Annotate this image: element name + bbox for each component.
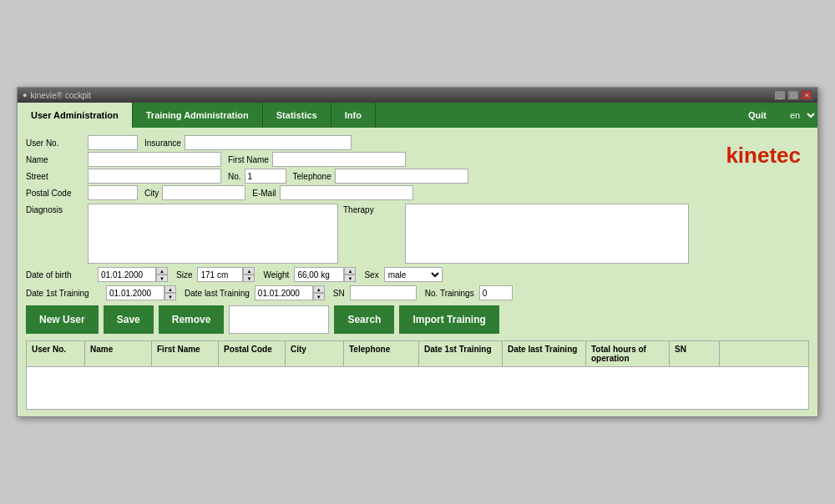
dob-spinner[interactable]: ▲ ▼ (98, 267, 168, 282)
action-search-input[interactable] (229, 305, 329, 334)
new-user-button[interactable]: New User (26, 305, 99, 334)
date-1st-down-button[interactable]: ▼ (164, 293, 176, 300)
col-city: City (286, 341, 344, 366)
tab-user-administration[interactable]: User Administration (18, 103, 133, 128)
close-button[interactable]: ✕ (801, 90, 812, 100)
window-title: kinevie® cockpit (30, 91, 90, 100)
diagnosis-label: Diagnosis (26, 205, 84, 214)
no-input[interactable] (245, 169, 286, 184)
email-label: E-Mail (252, 189, 276, 198)
user-table: User No. Name First Name Postal Code Cit… (26, 340, 809, 410)
street-label: Street (26, 172, 84, 181)
no-label: No. (228, 172, 241, 181)
col-first-name: First Name (152, 341, 219, 366)
insurance-input[interactable] (185, 135, 352, 150)
date-last-training-spinner[interactable]: ▲ ▼ (255, 285, 325, 300)
date-1st-up-button[interactable]: ▲ (164, 285, 176, 293)
user-no-label: User No. (26, 139, 84, 148)
size-spinner[interactable]: ▲ ▼ (197, 267, 255, 282)
col-total-hours: Total hours of operation (586, 341, 670, 366)
first-name-input[interactable] (272, 152, 406, 167)
therapy-textarea[interactable] (405, 204, 689, 264)
dob-label: Date of birth (26, 270, 93, 280)
city-input[interactable] (162, 185, 245, 200)
date-last-up-button[interactable]: ▲ (313, 285, 325, 293)
size-up-button[interactable]: ▲ (243, 267, 255, 275)
telephone-input[interactable] (335, 169, 468, 184)
weight-down-button[interactable]: ▼ (344, 275, 356, 282)
nav-bar: User Administration Training Administrat… (18, 103, 817, 128)
sn-label: SN (333, 289, 345, 298)
street-row: Street No. Telephone (26, 168, 704, 184)
tab-info[interactable]: Info (331, 103, 376, 128)
therapy-label: Therapy (343, 205, 402, 214)
title-bar: ● kinevie® cockpit _ □ ✕ (18, 88, 817, 103)
email-input[interactable] (280, 185, 413, 200)
main-window: ● kinevie® cockpit _ □ ✕ User Administra… (17, 87, 818, 417)
training-dates-row: Date 1st Training ▲ ▼ Date last Training… (26, 285, 704, 300)
logo-section: kinetec (709, 134, 809, 334)
content-area: User No. Insurance Name First Name Stree… (18, 128, 817, 416)
form-panel: User No. Insurance Name First Name Stree… (26, 134, 704, 334)
date-1st-training-input[interactable] (106, 285, 164, 300)
weight-up-button[interactable]: ▲ (344, 267, 356, 275)
col-sn: SN (670, 341, 720, 366)
app-icon: ● (23, 91, 27, 99)
weight-spinner[interactable]: ▲ ▼ (294, 267, 356, 282)
col-telephone: Telephone (344, 341, 419, 366)
date-last-training-input[interactable] (255, 285, 313, 300)
date-last-training-label: Date last Training (185, 289, 250, 298)
dob-down-button[interactable]: ▼ (156, 275, 168, 282)
postal-row: Postal Code City E-Mail (26, 184, 704, 201)
table-header: User No. Name First Name Postal Code Cit… (27, 341, 808, 367)
name-input[interactable] (88, 152, 221, 167)
dob-input[interactable] (98, 267, 156, 282)
diagnosis-textarea[interactable] (88, 204, 338, 264)
col-date-1st: Date 1st Training (419, 341, 503, 366)
date-last-down-button[interactable]: ▼ (313, 293, 325, 300)
weight-input[interactable] (294, 267, 344, 282)
telephone-label: Telephone (293, 172, 331, 181)
remove-button[interactable]: Remove (159, 305, 225, 334)
street-input[interactable] (88, 169, 221, 184)
city-label: City (144, 189, 159, 198)
postal-code-label: Postal Code (26, 189, 84, 198)
textarea-section: Diagnosis Therapy (26, 204, 704, 264)
search-button[interactable]: Search (334, 305, 394, 334)
size-label: Size (176, 270, 192, 280)
name-label: Name (26, 155, 84, 164)
postal-code-input[interactable] (88, 185, 138, 200)
no-trainings-input[interactable] (479, 285, 513, 300)
tab-training-administration[interactable]: Training Administration (133, 103, 263, 128)
import-training-button[interactable]: Import Training (399, 305, 498, 334)
kinetec-logo: kinetec (726, 143, 801, 169)
size-input[interactable] (197, 267, 243, 282)
user-no-input[interactable] (88, 135, 138, 150)
col-postal-code: Postal Code (219, 341, 286, 366)
tab-statistics[interactable]: Statistics (263, 103, 331, 128)
quit-button[interactable]: Quit (731, 103, 783, 128)
table-body (27, 367, 808, 409)
date-1st-training-label: Date 1st Training (26, 289, 101, 298)
action-bar: New User Save Remove Search Import Train… (26, 305, 704, 334)
dob-up-button[interactable]: ▲ (156, 267, 168, 275)
save-button[interactable]: Save (104, 305, 154, 334)
col-user-no: User No. (27, 341, 85, 366)
insurance-label: Insurance (144, 139, 181, 148)
size-down-button[interactable]: ▼ (243, 275, 255, 282)
dob-row: Date of birth ▲ ▼ Size ▲ ▼ (26, 267, 704, 282)
language-select[interactable]: en de fr (783, 103, 817, 128)
minimize-button[interactable]: _ (774, 90, 786, 100)
col-date-last: Date last Training (503, 341, 586, 366)
sex-label: Sex (364, 270, 378, 280)
date-1st-training-spinner[interactable]: ▲ ▼ (106, 285, 176, 300)
sex-select[interactable]: male female (384, 267, 443, 282)
maximize-button[interactable]: □ (787, 90, 799, 100)
sn-input[interactable] (350, 285, 417, 300)
col-name: Name (85, 341, 152, 366)
weight-label: Weight (263, 270, 289, 280)
name-row: Name First Name (26, 151, 704, 168)
first-name-label: First Name (228, 155, 269, 164)
user-no-row: User No. Insurance (26, 134, 704, 151)
no-trainings-label: No. Trainings (425, 289, 474, 298)
